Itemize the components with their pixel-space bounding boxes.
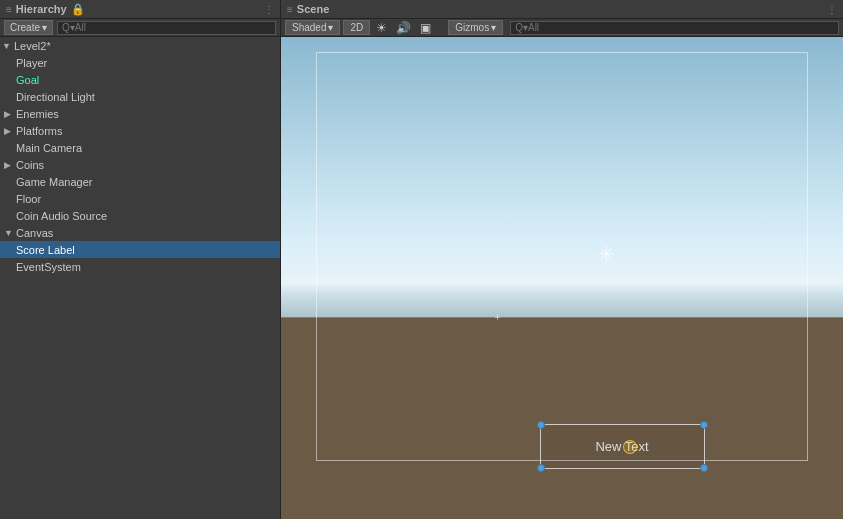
pivot-handle[interactable] — [623, 440, 637, 454]
create-arrow: ▾ — [42, 22, 47, 33]
list-item-floor[interactable]: Floor — [0, 190, 280, 207]
coins-label: Coins — [16, 159, 44, 171]
list-item-event-system[interactable]: EventSystem — [0, 258, 280, 275]
coin-audio-label: Coin Audio Source — [16, 210, 107, 222]
create-button[interactable]: Create ▾ — [4, 20, 53, 35]
list-item-directional-light[interactable]: Directional Light — [0, 88, 280, 105]
hierarchy-lines-icon: ≡ — [6, 4, 12, 15]
handle-top-left[interactable] — [537, 421, 545, 429]
camera-label: Main Camera — [16, 142, 82, 154]
hierarchy-lock-icon: 🔒 — [71, 3, 85, 16]
camera-arrow — [4, 143, 16, 153]
scene-search-input[interactable] — [510, 21, 839, 35]
main-layout: Create ▾ ▼ Level2* Player Goal — [0, 19, 843, 519]
mode-2d-button[interactable]: 2D — [343, 20, 370, 35]
player-arrow — [4, 58, 16, 68]
scene-lines-icon: ≡ — [287, 4, 293, 15]
shaded-label: Shaded — [292, 22, 326, 33]
image-toggle-button[interactable]: ▣ — [417, 21, 434, 35]
hierarchy-root-item[interactable]: ▼ Level2* — [0, 37, 280, 54]
enemies-label: Enemies — [16, 108, 59, 120]
list-item-canvas[interactable]: ▼ Canvas — [0, 224, 280, 241]
list-item-game-manager[interactable]: Game Manager — [0, 173, 280, 190]
gizmos-button[interactable]: Gizmos ▾ — [448, 20, 503, 35]
eventsys-label: EventSystem — [16, 261, 81, 273]
gizmos-label: Gizmos — [455, 22, 489, 33]
score-arrow — [4, 245, 16, 255]
origin-cross: + — [495, 312, 501, 323]
gm-label: Game Manager — [16, 176, 92, 188]
handle-bottom-left[interactable] — [537, 464, 545, 472]
scene-viewport[interactable]: ✳ + New Text — [281, 37, 843, 519]
scene-toolbar: Shaded ▾ 2D ☀ 🔊 ▣ Gizmos ▾ — [281, 19, 843, 37]
canvas-arrow: ▼ — [4, 228, 16, 238]
canvas-label: Canvas — [16, 227, 53, 239]
eventsys-arrow — [4, 262, 16, 272]
floor-arrow — [4, 194, 16, 204]
score-label-text: Score Label — [16, 244, 75, 256]
list-item-enemies[interactable]: ▶ Enemies — [0, 105, 280, 122]
goal-label: Goal — [16, 74, 39, 86]
gm-arrow — [4, 177, 16, 187]
root-label: Level2* — [14, 40, 51, 52]
platforms-arrow: ▶ — [4, 126, 16, 136]
hierarchy-header: ≡ Hierarchy 🔒 ⋮ — [0, 0, 281, 19]
horizon-line — [281, 317, 843, 318]
player-label: Player — [16, 57, 47, 69]
hierarchy-search-input[interactable] — [57, 21, 276, 35]
list-item-score-label[interactable]: Score Label — [0, 241, 280, 258]
camera-scene-icon: ✳ — [598, 242, 615, 266]
dirlight-arrow — [4, 92, 16, 102]
new-text-label: New Text — [595, 439, 648, 454]
dirlight-label: Directional Light — [16, 91, 95, 103]
list-item-main-camera[interactable]: Main Camera — [0, 139, 280, 156]
platforms-label: Platforms — [16, 125, 62, 137]
hierarchy-panel: Create ▾ ▼ Level2* Player Goal — [0, 19, 281, 519]
hierarchy-menu-icon[interactable]: ⋮ — [264, 4, 274, 15]
shaded-button[interactable]: Shaded ▾ — [285, 20, 340, 35]
scene-header: ≡ Scene ⋮ — [281, 0, 843, 19]
handle-bottom-right[interactable] — [700, 464, 708, 472]
light-toggle-button[interactable]: ☀ — [373, 21, 390, 35]
ground-background — [281, 317, 843, 519]
new-text-element[interactable]: New Text — [540, 424, 705, 469]
list-item-goal[interactable]: Goal — [0, 71, 280, 88]
scene-panel: Shaded ▾ 2D ☀ 🔊 ▣ Gizmos ▾ — [281, 19, 843, 519]
floor-label: Floor — [16, 193, 41, 205]
list-item-coin-audio[interactable]: Coin Audio Source — [0, 207, 280, 224]
panel-headers: ≡ Hierarchy 🔒 ⋮ ≡ Scene ⋮ — [0, 0, 843, 19]
create-label: Create — [10, 22, 40, 33]
coins-arrow: ▶ — [4, 160, 16, 170]
hierarchy-list: ▼ Level2* Player Goal Directional Light … — [0, 37, 280, 519]
coin-audio-arrow — [4, 211, 16, 221]
audio-toggle-button[interactable]: 🔊 — [393, 21, 414, 35]
root-arrow: ▼ — [2, 41, 14, 51]
goal-arrow — [4, 75, 16, 85]
list-item-coins[interactable]: ▶ Coins — [0, 156, 280, 173]
shaded-arrow: ▾ — [328, 22, 333, 33]
sky-background — [281, 37, 843, 326]
gizmos-arrow: ▾ — [491, 22, 496, 33]
hierarchy-title: Hierarchy — [16, 3, 67, 15]
scene-title: Scene — [297, 3, 329, 15]
enemies-arrow: ▶ — [4, 109, 16, 119]
handle-top-right[interactable] — [700, 421, 708, 429]
list-item-platforms[interactable]: ▶ Platforms — [0, 122, 280, 139]
mode-2d-label: 2D — [350, 22, 363, 33]
scene-menu-icon[interactable]: ⋮ — [827, 4, 837, 15]
list-item-player[interactable]: Player — [0, 54, 280, 71]
hierarchy-toolbar: Create ▾ — [0, 19, 280, 37]
